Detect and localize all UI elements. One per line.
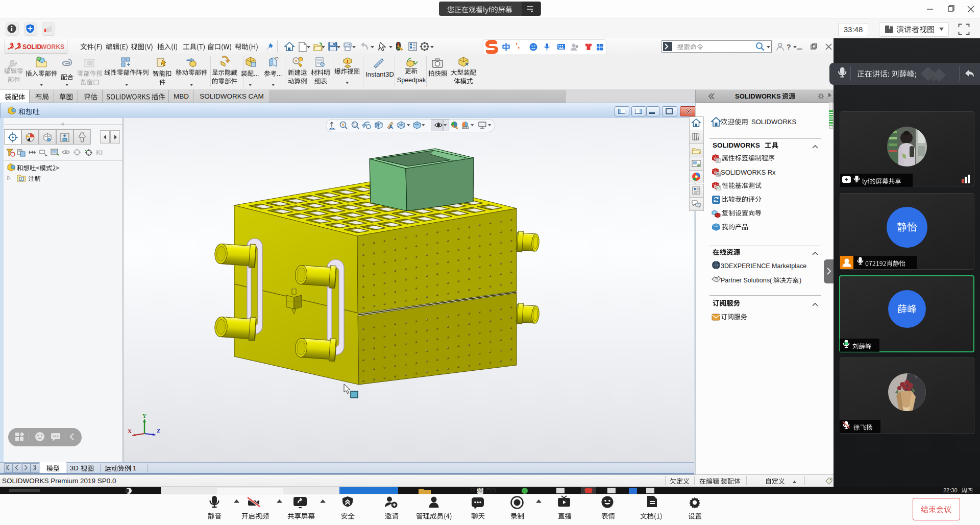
svg-text:A: A bbox=[389, 124, 393, 130]
svg-text:X: X bbox=[128, 428, 132, 434]
svg-text:’,: ’, bbox=[516, 42, 520, 50]
svg-text:Y: Y bbox=[142, 413, 146, 419]
svg-text:SOLID: SOLID bbox=[22, 43, 41, 51]
svg-text:A: A bbox=[20, 178, 23, 181]
svg-text:Z: Z bbox=[157, 427, 160, 434]
svg-text:KI: KI bbox=[96, 149, 103, 156]
svg-text:WORKS: WORKS bbox=[41, 43, 65, 51]
